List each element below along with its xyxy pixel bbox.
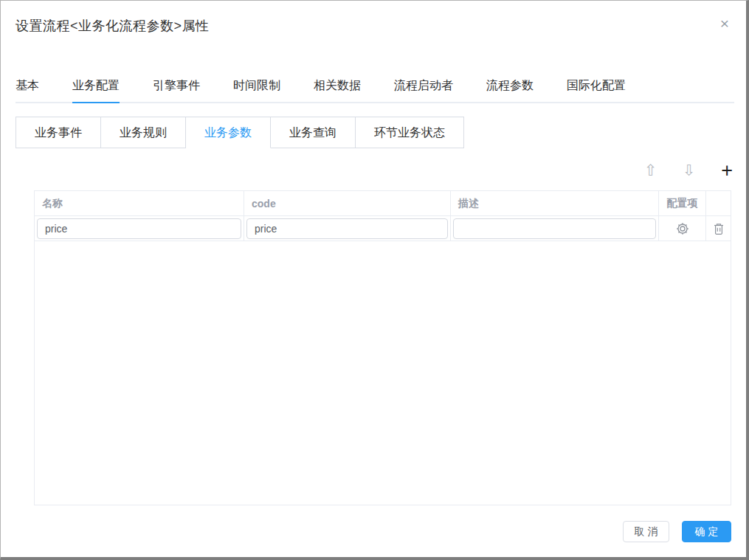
tab-basic[interactable]: 基本 (15, 78, 39, 102)
trash-icon (713, 222, 725, 235)
subtab-business-query[interactable]: 业务查询 (271, 117, 356, 148)
close-icon[interactable]: × (715, 14, 734, 33)
sub-tabbar: 业务事件 业务规则 业务参数 业务查询 环节业务状态 (15, 117, 464, 148)
tab-process-initiator[interactable]: 流程启动者 (394, 78, 453, 102)
tab-time-limit[interactable]: 时间限制 (233, 78, 280, 102)
column-header-code: code (244, 198, 276, 210)
arrow-up-icon: ⇧ (644, 163, 657, 179)
parameter-table: 名称 code 描述 配置项 (34, 190, 731, 505)
confirm-button[interactable]: 确定 (682, 521, 731, 542)
row-delete-button[interactable] (713, 222, 725, 235)
table-row (35, 216, 731, 241)
arrow-down-icon: ⇩ (683, 163, 696, 179)
column-header-name: 名称 (35, 197, 63, 210)
cancel-button[interactable]: 取消 (623, 521, 669, 542)
subtab-business-rule[interactable]: 业务规则 (101, 117, 186, 148)
move-up-button[interactable]: ⇧ (644, 163, 657, 179)
page-title: 设置流程<业务化流程参数>属性 (15, 17, 210, 35)
tab-i18n-config[interactable]: 国际化配置 (567, 78, 626, 102)
row-config-button[interactable] (676, 222, 689, 235)
column-header-actions (706, 191, 731, 215)
subtab-step-business-status[interactable]: 环节业务状态 (356, 117, 464, 148)
subtab-business-event[interactable]: 业务事件 (15, 117, 101, 148)
tab-process-params[interactable]: 流程参数 (486, 78, 534, 102)
gear-icon (676, 222, 689, 235)
desc-input[interactable] (453, 218, 656, 239)
tab-business-config[interactable]: 业务配置 (72, 78, 120, 102)
table-header-row: 名称 code 描述 配置项 (35, 191, 731, 216)
column-header-desc: 描述 (451, 197, 479, 210)
plus-icon: + (721, 161, 733, 181)
tab-related-data[interactable]: 相关数据 (314, 78, 361, 102)
tab-engine-events[interactable]: 引擎事件 (153, 78, 200, 102)
move-down-button[interactable]: ⇩ (683, 163, 696, 179)
main-tabbar: 基本 业务配置 引擎事件 时间限制 相关数据 流程启动者 流程参数 国际化配置 (15, 78, 734, 103)
subtab-business-param[interactable]: 业务参数 (186, 117, 271, 148)
table-toolbar: ⇧ ⇩ + (644, 158, 733, 183)
add-row-button[interactable]: + (721, 161, 733, 181)
name-input[interactable] (37, 218, 241, 239)
dialog-window: 设置流程<业务化流程参数>属性 × 基本 业务配置 引擎事件 时间限制 相关数据… (0, 0, 749, 560)
column-header-config: 配置项 (667, 197, 698, 210)
code-input[interactable] (246, 218, 448, 239)
